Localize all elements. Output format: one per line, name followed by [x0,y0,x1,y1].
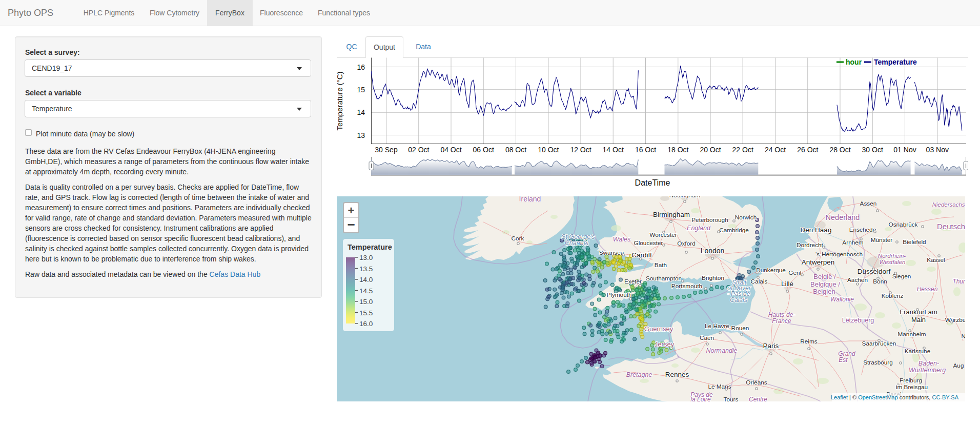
svg-text:Dordrecht: Dordrecht [797,241,824,249]
svg-text:'s-Hertogenbosch: 's-Hertogenbosch [815,251,863,258]
svg-text:Le Mans: Le Mans [708,383,731,390]
svg-text:Temperature: Temperature [348,243,392,251]
svg-text:Hessen: Hessen [917,286,938,293]
svg-text:Lëtzebuerg: Lëtzebuerg [842,317,874,324]
svg-text:Temperature: Temperature [874,58,917,66]
svg-text:Assen: Assen [860,200,877,207]
svg-text:26 Oct: 26 Oct [797,146,818,154]
svg-text:Le Havre: Le Havre [705,322,729,330]
svg-text:Guernsey: Guernsey [644,325,673,333]
svg-text:Bonn: Bonn [873,278,887,285]
svg-text:14.0: 14.0 [359,276,373,284]
svg-text:Normandie: Normandie [706,347,737,354]
svg-text:14 Oct: 14 Oct [603,146,624,154]
svg-text:Channel: Channel [565,239,589,247]
svg-text:Exeter: Exeter [624,278,642,285]
svg-text:Wallonie: Wallonie [830,296,854,303]
svg-text:Belgien: Belgien [813,288,835,295]
svg-text:im Breisgau: im Breisgau [896,383,928,391]
svg-text:Münster: Münster [871,236,893,244]
svg-text:22 Oct: 22 Oct [732,146,753,154]
svg-text:15.5: 15.5 [359,309,373,317]
svg-text:Ireland: Ireland [519,196,541,203]
svg-text:Swansea: Swansea [599,249,624,256]
svg-text:28 Oct: 28 Oct [829,146,850,154]
svg-text:Strasbourg: Strasbourg [863,359,893,366]
svg-text:15: 15 [357,86,365,94]
svg-text:04 Oct: 04 Oct [440,146,461,154]
svg-text:Würzbu: Würzbu [945,316,965,323]
svg-text:Temperature (°C): Temperature (°C) [337,71,344,130]
svg-text:Norwich: Norwich [735,214,757,221]
svg-text:Peterborough: Peterborough [691,216,728,224]
svg-text:Calais: Calais [751,278,768,285]
svg-text:Kassel: Kassel [927,256,945,264]
svg-text:Den Haag: Den Haag [801,226,832,234]
svg-text:12 Oct: 12 Oct [570,146,591,154]
svg-text:België /: België / [813,273,836,280]
svg-text:Orléans: Orléans [746,379,767,386]
svg-text:Gent: Gent [788,269,802,276]
svg-text:Paris: Paris [763,342,779,350]
svg-text:Aachen: Aachen [847,276,868,284]
svg-text:13.0: 13.0 [359,254,373,261]
svg-text:Oxford: Oxford [677,240,695,247]
svg-text:13: 13 [357,131,365,139]
svg-text:Lille: Lille [781,280,793,288]
svg-text:Southampton: Southampton [646,275,682,282]
svg-text:Rouen: Rouen [731,325,749,332]
svg-text:30 Oct: 30 Oct [862,146,883,154]
svg-text:Leaflet | © OpenStreetMap cont: Leaflet | © OpenStreetMap contributors, … [831,394,959,400]
svg-text:Birmingham: Birmingham [653,211,690,218]
svg-text:Rennes: Rennes [665,371,689,378]
svg-text:hour: hour [846,58,862,66]
svg-text:Gloucester: Gloucester [634,239,663,247]
svg-text:Karlsruhe: Karlsruhe [905,348,931,355]
svg-text:Plymouth: Plymouth [606,291,631,298]
svg-text:16 Oct: 16 Oct [635,146,656,154]
svg-text:Bath: Bath [655,261,667,269]
svg-text:01 Nov: 01 Nov [893,146,916,154]
svg-text:DateTime: DateTime [635,178,670,187]
svg-text:la Loire: la Loire [690,396,711,401]
svg-text:Calais: Calais [730,296,747,304]
svg-text:Deutsch: Deutsch [937,222,965,231]
svg-text:Nordrhein-: Nordrhein- [878,253,906,259]
svg-text:10 Oct: 10 Oct [538,146,559,154]
svg-text:Mannheim: Mannheim [897,331,926,338]
svg-text:Centre: Centre [749,396,767,401]
svg-text:Nü: Nü [961,333,965,340]
svg-text:Aug: Aug [953,362,964,369]
svg-text:Caen: Caen [700,334,714,341]
svg-text:16: 16 [357,63,365,71]
svg-text:16.0: 16.0 [359,320,373,328]
svg-text:Freiburg: Freiburg [900,377,922,384]
svg-text:24 Oct: 24 Oct [765,146,786,154]
svg-text:France: France [772,317,791,325]
svg-text:06 Oct: 06 Oct [473,146,494,154]
svg-text:18 Oct: 18 Oct [667,146,688,154]
svg-text:Belgique /: Belgique / [810,280,840,288]
svg-text:Reims: Reims [800,338,818,345]
svg-text:Cardiff: Cardiff [631,251,652,259]
svg-text:+: + [348,204,355,217]
svg-text:Tours: Tours [724,396,739,401]
svg-text:Baden-: Baden- [918,360,939,367]
svg-text:Bretagne: Bretagne [626,371,652,378]
svg-text:London: London [701,247,725,255]
svg-text:Portsmouth: Portsmouth [671,282,702,290]
svg-text:30 Sep: 30 Sep [375,146,398,154]
svg-text:Brighton: Brighton [702,274,724,281]
svg-text:Osnabrück: Osnabrück [888,221,917,228]
svg-text:Antwerpen: Antwerpen [802,258,835,266]
svg-text:03 Nov: 03 Nov [926,146,949,154]
svg-text:15.0: 15.0 [359,298,373,306]
svg-text:Westfalen: Westfalen [880,259,906,265]
svg-text:Bielefeld: Bielefeld [903,238,926,246]
svg-text:Cambridge: Cambridge [719,227,749,234]
svg-text:Koblenz: Koblenz [882,292,904,299]
svg-text:Jersey: Jersey [655,340,675,348]
svg-text:Est: Est [839,356,848,363]
svg-text:Cork: Cork [512,235,524,242]
svg-text:Wales: Wales [613,236,631,243]
